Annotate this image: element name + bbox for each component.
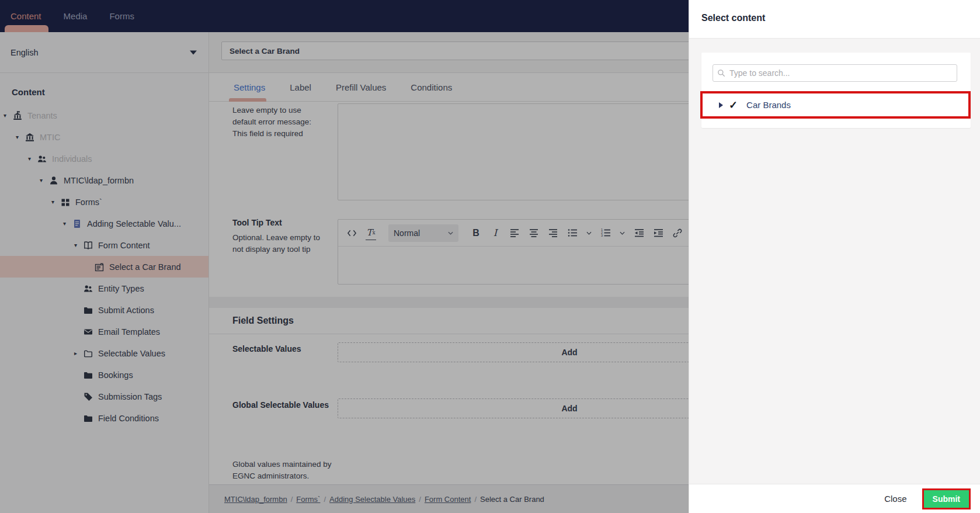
annotation-highlight-box: Submit (922, 488, 971, 509)
error-message-textarea[interactable] (338, 103, 689, 200)
tab-conditions[interactable]: Conditions (411, 82, 452, 92)
field-tabs: Settings Label Prefill Values Conditions (209, 73, 689, 102)
tree-item-label: Tenants (27, 111, 57, 120)
folder-icon (83, 305, 93, 315)
tree-item-email-templates[interactable]: Email Templates (0, 321, 208, 342)
nav-tab-forms[interactable]: Forms (109, 11, 134, 21)
search-input[interactable] (713, 64, 957, 82)
grid-icon (60, 197, 70, 207)
tree-item-label: Submission Tags (98, 392, 162, 401)
field-name-bar (209, 32, 689, 73)
code-icon[interactable] (346, 226, 357, 240)
chevron-expanded-icon[interactable]: ▾ (28, 155, 37, 162)
tree-item-label: Email Templates (98, 327, 160, 337)
tree-item-label: Form Content (98, 241, 150, 250)
chevron-expanded-icon[interactable]: ▾ (40, 177, 48, 183)
content-picker-card: ✓ Car Brands (701, 53, 971, 128)
tree-item-submit-actions[interactable]: Submit Actions (0, 299, 208, 321)
tree-item-entity-types[interactable]: Entity Types (0, 278, 208, 299)
chevron-down-icon (620, 231, 625, 235)
bullet-list-icon[interactable] (567, 226, 578, 240)
top-navbar: Content Media Forms (0, 0, 689, 32)
link-icon[interactable] (672, 226, 683, 240)
tree-item-bookings[interactable]: Bookings (0, 364, 208, 386)
align-center-icon[interactable] (529, 226, 539, 240)
breadcrumb-link[interactable]: Form Content (425, 495, 471, 504)
person-icon (48, 175, 58, 185)
numbered-list-icon[interactable]: 123 (600, 226, 611, 240)
folder-open-icon (83, 348, 93, 358)
field-editor-main: Settings Label Prefill Values Conditions… (209, 32, 689, 513)
paragraph-style-select[interactable]: Normal (388, 224, 458, 242)
language-selector[interactable]: English (0, 32, 208, 73)
tree-item-submission-tags[interactable]: Submission Tags (0, 386, 208, 407)
tab-settings[interactable]: Settings (234, 82, 265, 92)
form-field-icon (94, 262, 104, 272)
close-button[interactable]: Close (884, 494, 906, 504)
align-right-icon[interactable] (548, 226, 558, 240)
tree-item-individuals[interactable]: ▾ Individuals (0, 148, 208, 169)
breadcrumb-separator: / (324, 495, 326, 504)
breadcrumb-link[interactable]: MTIC\ldap_formbn (224, 495, 287, 504)
tree-item-field-conditions[interactable]: Field Conditions (0, 407, 208, 429)
content-tree: ▾ Tenants ▾ MTIC ▾ Individuals ▾ (0, 105, 208, 429)
tab-prefill-values[interactable]: Prefill Values (336, 82, 386, 92)
breadcrumb-link[interactable]: Forms` (296, 495, 320, 504)
search-field (713, 64, 957, 82)
indent-icon[interactable] (653, 226, 663, 240)
align-left-icon[interactable] (509, 226, 520, 240)
selectable-values-label: Selectable Values (232, 344, 301, 353)
field-name-input[interactable] (221, 41, 689, 60)
chevron-collapsed-icon[interactable]: ▸ (74, 350, 83, 356)
clear-formatting-icon[interactable]: Tx (366, 226, 376, 240)
italic-icon[interactable]: I (490, 226, 501, 240)
global-selectable-values-label: Global Selectable Values (232, 400, 329, 410)
selectable-values-add-button[interactable]: Add (338, 342, 689, 362)
tree-item-label: Individuals (52, 154, 92, 164)
tree-item-forms[interactable]: ▾ Forms` (0, 191, 208, 213)
chevron-expanded-icon[interactable]: ▾ (74, 242, 83, 248)
nav-tab-content[interactable]: Content (11, 11, 41, 21)
nav-tab-media[interactable]: Media (64, 11, 88, 21)
field-settings-section: Field Settings Selectable Values Add Glo… (209, 308, 689, 484)
tree-item-mtic[interactable]: ▾ MTIC (0, 126, 208, 148)
tree-item-select-a-car-brand[interactable]: Select a Car Brand (0, 256, 208, 278)
chevron-expanded-icon[interactable]: ▾ (16, 134, 25, 140)
background-content: Content Media Forms English Content ▾ Te… (0, 0, 689, 513)
svg-text:3: 3 (601, 234, 603, 237)
folder-icon (83, 413, 93, 423)
editor-toolbar: Tx Normal B I 123 (338, 220, 689, 247)
tag-icon (83, 391, 93, 401)
tree-item-label: Entity Types (98, 284, 144, 293)
global-selectable-values-add-button[interactable]: Add (338, 398, 689, 418)
chevron-expanded-icon[interactable]: ▾ (4, 112, 12, 119)
tree-item-label: Submit Actions (98, 306, 154, 315)
tooltip-editor-content[interactable] (338, 247, 689, 284)
field-settings-card: Settings Label Prefill Values Conditions… (209, 73, 689, 297)
check-icon: ✓ (729, 99, 738, 112)
submit-button[interactable]: Submit (924, 490, 969, 508)
tree-item-ldap-formbn[interactable]: ▾ MTIC\ldap_formbn (0, 169, 208, 191)
field-settings-title: Field Settings (232, 316, 294, 326)
tree-item-form-content[interactable]: ▾ Form Content (0, 234, 208, 256)
content-item-car-brands[interactable]: ✓ Car Brands (701, 92, 971, 118)
chevron-collapsed-icon[interactable] (719, 102, 723, 108)
tab-label[interactable]: Label (290, 82, 311, 92)
language-value: English (11, 48, 39, 57)
tree-item-selectable-values[interactable]: ▸ Selectable Values (0, 342, 208, 364)
global-values-help: Global values maintained by EGNC adminis… (232, 459, 343, 482)
content-item-label: Car Brands (746, 100, 791, 110)
tree-item-label: Select a Car Brand (109, 262, 181, 272)
breadcrumb-current: Select a Car Brand (480, 495, 544, 504)
tree-item-label: Selectable Values (98, 349, 165, 358)
tree-item-label: MTIC\ldap_formbn (64, 176, 134, 185)
bold-icon[interactable]: B (471, 226, 481, 240)
chevron-expanded-icon[interactable]: ▾ (51, 199, 60, 205)
paragraph-style-value: Normal (394, 228, 420, 238)
breadcrumb-link[interactable]: Adding Selectable Values (329, 495, 415, 504)
tree-item-tenants[interactable]: ▾ Tenants (0, 105, 208, 126)
outdent-icon[interactable] (634, 226, 644, 240)
app-window: Content Media Forms English Content ▾ Te… (0, 0, 980, 513)
tree-item-adding-selectable-values[interactable]: ▾ Adding Selectable Valu... (0, 213, 208, 234)
chevron-expanded-icon[interactable]: ▾ (63, 220, 72, 227)
